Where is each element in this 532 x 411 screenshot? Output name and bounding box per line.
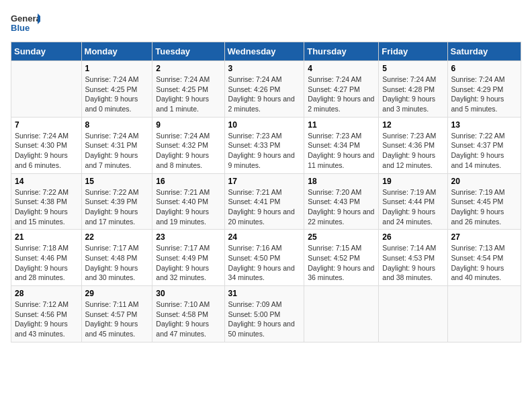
day-cell <box>11 61 82 118</box>
day-number: 7 <box>15 120 78 130</box>
day-info: Sunrise: 7:24 AMSunset: 4:26 PMDaylight:… <box>228 75 301 114</box>
col-header-tuesday: Tuesday <box>152 42 224 61</box>
day-number: 21 <box>15 232 78 242</box>
day-info: Sunrise: 7:22 AMSunset: 4:37 PMDaylight:… <box>451 131 517 171</box>
day-cell: 25 Sunrise: 7:15 AMSunset: 4:52 PMDaylig… <box>304 230 379 286</box>
svg-text:Blue: Blue <box>11 23 30 33</box>
day-info: Sunrise: 7:13 AMSunset: 4:54 PMDaylight:… <box>451 243 517 283</box>
day-number: 14 <box>15 177 78 186</box>
week-row-4: 21 Sunrise: 7:18 AMSunset: 4:46 PMDaylig… <box>11 230 521 286</box>
day-cell: 22 Sunrise: 7:17 AMSunset: 4:48 PMDaylig… <box>81 230 152 286</box>
day-info: Sunrise: 7:23 AMSunset: 4:34 PMDaylight:… <box>308 131 375 171</box>
day-number: 8 <box>85 120 149 130</box>
day-cell: 13 Sunrise: 7:22 AMSunset: 4:37 PMDaylig… <box>447 117 521 173</box>
day-number: 1 <box>85 64 149 73</box>
day-number: 19 <box>382 177 443 186</box>
day-number: 30 <box>156 289 220 298</box>
day-info: Sunrise: 7:17 AMSunset: 4:48 PMDaylight:… <box>85 243 149 283</box>
day-number: 29 <box>85 289 149 298</box>
day-cell: 6 Sunrise: 7:24 AMSunset: 4:29 PMDayligh… <box>447 61 521 118</box>
header: General Blue <box>11 11 521 35</box>
day-number: 20 <box>451 177 517 186</box>
day-info: Sunrise: 7:23 AMSunset: 4:36 PMDaylight:… <box>382 131 443 171</box>
logo: General Blue <box>11 11 40 35</box>
day-info: Sunrise: 7:24 AMSunset: 4:29 PMDaylight:… <box>451 75 517 114</box>
week-row-3: 14 Sunrise: 7:22 AMSunset: 4:38 PMDaylig… <box>11 173 521 230</box>
day-cell: 12 Sunrise: 7:23 AMSunset: 4:36 PMDaylig… <box>379 117 447 173</box>
day-cell: 27 Sunrise: 7:13 AMSunset: 4:54 PMDaylig… <box>447 230 521 286</box>
day-cell <box>447 286 521 342</box>
day-cell: 10 Sunrise: 7:23 AMSunset: 4:33 PMDaylig… <box>224 117 304 173</box>
day-number: 9 <box>156 120 220 130</box>
day-number: 12 <box>382 120 443 130</box>
day-cell: 3 Sunrise: 7:24 AMSunset: 4:26 PMDayligh… <box>224 61 304 118</box>
day-cell: 11 Sunrise: 7:23 AMSunset: 4:34 PMDaylig… <box>304 117 379 173</box>
day-info: Sunrise: 7:10 AMSunset: 4:58 PMDaylight:… <box>156 300 220 339</box>
day-number: 17 <box>228 177 301 186</box>
day-number: 15 <box>85 177 149 186</box>
week-row-2: 7 Sunrise: 7:24 AMSunset: 4:30 PMDayligh… <box>11 117 521 173</box>
day-info: Sunrise: 7:09 AMSunset: 5:00 PMDaylight:… <box>228 300 301 339</box>
week-row-5: 28 Sunrise: 7:12 AMSunset: 4:56 PMDaylig… <box>11 286 521 342</box>
day-info: Sunrise: 7:24 AMSunset: 4:27 PMDaylight:… <box>308 75 375 114</box>
day-number: 3 <box>228 64 301 73</box>
day-number: 22 <box>85 232 149 242</box>
day-info: Sunrise: 7:21 AMSunset: 4:41 PMDaylight:… <box>228 187 301 227</box>
day-number: 5 <box>382 64 443 73</box>
day-cell <box>379 286 447 342</box>
day-cell: 28 Sunrise: 7:12 AMSunset: 4:56 PMDaylig… <box>11 286 82 342</box>
day-cell: 15 Sunrise: 7:22 AMSunset: 4:39 PMDaylig… <box>81 173 152 230</box>
day-number: 13 <box>451 120 517 130</box>
day-info: Sunrise: 7:17 AMSunset: 4:49 PMDaylight:… <box>156 243 220 283</box>
day-cell: 5 Sunrise: 7:24 AMSunset: 4:28 PMDayligh… <box>379 61 447 118</box>
day-info: Sunrise: 7:15 AMSunset: 4:52 PMDaylight:… <box>308 243 375 283</box>
day-cell: 18 Sunrise: 7:20 AMSunset: 4:43 PMDaylig… <box>304 173 379 230</box>
day-info: Sunrise: 7:24 AMSunset: 4:30 PMDaylight:… <box>15 131 78 171</box>
col-header-sunday: Sunday <box>11 42 82 61</box>
logo-svg: General Blue <box>11 11 40 35</box>
day-cell: 9 Sunrise: 7:24 AMSunset: 4:32 PMDayligh… <box>152 117 224 173</box>
day-cell: 16 Sunrise: 7:21 AMSunset: 4:40 PMDaylig… <box>152 173 224 230</box>
day-cell <box>304 286 379 342</box>
day-info: Sunrise: 7:14 AMSunset: 4:53 PMDaylight:… <box>382 243 443 283</box>
day-number: 18 <box>308 177 375 186</box>
day-number: 23 <box>156 232 220 242</box>
day-info: Sunrise: 7:19 AMSunset: 4:44 PMDaylight:… <box>382 187 443 227</box>
col-header-wednesday: Wednesday <box>224 42 304 61</box>
day-info: Sunrise: 7:20 AMSunset: 4:43 PMDaylight:… <box>308 187 375 227</box>
day-number: 11 <box>308 120 375 130</box>
day-cell: 14 Sunrise: 7:22 AMSunset: 4:38 PMDaylig… <box>11 173 82 230</box>
day-info: Sunrise: 7:11 AMSunset: 4:57 PMDaylight:… <box>85 300 149 339</box>
day-cell: 19 Sunrise: 7:19 AMSunset: 4:44 PMDaylig… <box>379 173 447 230</box>
svg-text:General: General <box>11 13 40 24</box>
day-number: 27 <box>451 232 517 242</box>
header-row: SundayMondayTuesdayWednesdayThursdayFrid… <box>11 42 521 61</box>
day-cell: 29 Sunrise: 7:11 AMSunset: 4:57 PMDaylig… <box>81 286 152 342</box>
day-info: Sunrise: 7:22 AMSunset: 4:38 PMDaylight:… <box>15 187 78 227</box>
day-info: Sunrise: 7:12 AMSunset: 4:56 PMDaylight:… <box>15 300 78 339</box>
day-info: Sunrise: 7:16 AMSunset: 4:50 PMDaylight:… <box>228 243 301 283</box>
day-cell: 31 Sunrise: 7:09 AMSunset: 5:00 PMDaylig… <box>224 286 304 342</box>
col-header-thursday: Thursday <box>304 42 379 61</box>
col-header-monday: Monday <box>81 42 152 61</box>
day-cell: 8 Sunrise: 7:24 AMSunset: 4:31 PMDayligh… <box>81 117 152 173</box>
calendar-table: SundayMondayTuesdayWednesdayThursdayFrid… <box>11 42 521 342</box>
day-info: Sunrise: 7:24 AMSunset: 4:28 PMDaylight:… <box>382 75 443 114</box>
day-number: 10 <box>228 120 301 130</box>
day-info: Sunrise: 7:24 AMSunset: 4:25 PMDaylight:… <box>156 75 220 114</box>
day-number: 16 <box>156 177 220 186</box>
day-number: 28 <box>15 289 78 298</box>
day-cell: 23 Sunrise: 7:17 AMSunset: 4:49 PMDaylig… <box>152 230 224 286</box>
col-header-friday: Friday <box>379 42 447 61</box>
day-number: 31 <box>228 289 301 298</box>
day-info: Sunrise: 7:19 AMSunset: 4:45 PMDaylight:… <box>451 187 517 227</box>
day-cell: 2 Sunrise: 7:24 AMSunset: 4:25 PMDayligh… <box>152 61 224 118</box>
day-number: 6 <box>451 64 517 73</box>
day-number: 2 <box>156 64 220 73</box>
day-number: 25 <box>308 232 375 242</box>
day-cell: 1 Sunrise: 7:24 AMSunset: 4:25 PMDayligh… <box>81 61 152 118</box>
day-info: Sunrise: 7:24 AMSunset: 4:25 PMDaylight:… <box>85 75 149 114</box>
day-info: Sunrise: 7:23 AMSunset: 4:33 PMDaylight:… <box>228 131 301 171</box>
col-header-saturday: Saturday <box>447 42 521 61</box>
day-info: Sunrise: 7:21 AMSunset: 4:40 PMDaylight:… <box>156 187 220 227</box>
